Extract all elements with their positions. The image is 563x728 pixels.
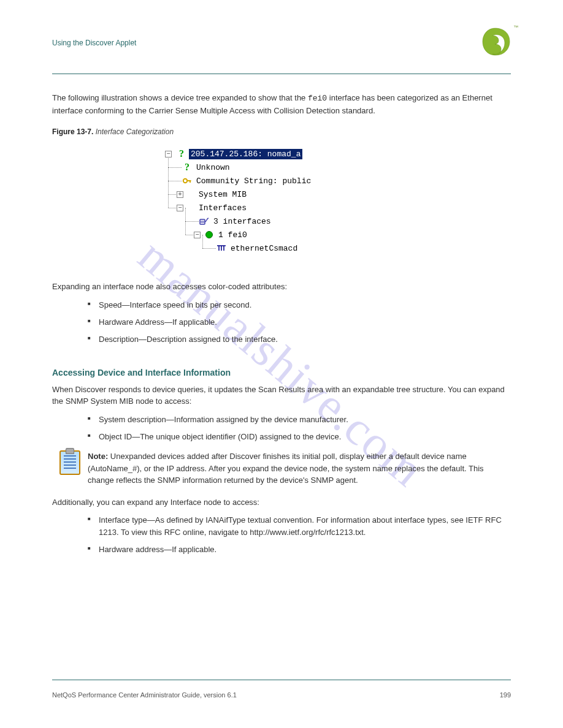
footer-right: 199 <box>500 691 511 699</box>
figure-caption: Figure 13-7. Interface Categorization <box>52 127 511 136</box>
tree-root-label[interactable]: 205.147.25.186: nomad_a <box>189 149 302 159</box>
key-icon <box>182 176 192 186</box>
bullet-list-1: Speed—Interface speed in bits per second… <box>88 299 511 346</box>
header-title: Using the Discover Applet <box>52 39 136 47</box>
interface-count-icon <box>199 216 209 226</box>
tree-label: ethernetCsmacd <box>229 243 299 254</box>
bullet-item: Hardware address—If applicable. <box>88 544 511 556</box>
expand-icon[interactable]: + <box>177 191 183 198</box>
tree-label: System MIB <box>197 189 248 200</box>
swirl-logo-icon <box>479 26 511 58</box>
tree-node-unknown[interactable]: ? Unknown <box>165 161 398 174</box>
tree-label: Interfaces <box>197 203 248 213</box>
clipboard-note-icon <box>59 450 80 475</box>
footer-left: NetQoS Performance Center Administrator … <box>52 691 237 699</box>
bullet-text: Hardware address—If applicable. <box>99 545 216 554</box>
tree-node-ifcount[interactable]: 3 interfaces <box>165 214 398 228</box>
svg-rect-2 <box>190 180 191 183</box>
bullet-item: Speed—Interface speed in bits per second… <box>88 299 511 311</box>
tree-node-ethernet[interactable]: ethernetCsmacd <box>165 241 398 255</box>
collapse-icon[interactable]: − <box>177 205 183 211</box>
question-icon: ? <box>182 162 192 172</box>
subheading: Accessing Device and Interface Informati… <box>52 368 511 377</box>
tree-node-systemmib[interactable]: + System MIB <box>165 188 398 201</box>
after-figure-text: Expanding an interface node also accesse… <box>52 282 287 291</box>
ethernet-icon <box>216 243 226 253</box>
tree-label: 3 interfaces <box>212 216 273 227</box>
bullet-text: Description—Description assigned to the … <box>99 335 278 344</box>
accessing-para: When Discover responds to device queries… <box>52 384 511 408</box>
header-rule <box>52 74 511 74</box>
accessing-text-2: Additionally, you can expand any Interfa… <box>52 498 259 507</box>
bullet-item: Description—Description assigned to the … <box>88 333 511 346</box>
intro-text-1: The following illustration shows a devic… <box>52 93 308 102</box>
bullet-text: System description—Information assigned … <box>99 415 348 424</box>
trademark-symbol: ™ <box>513 25 518 30</box>
tree-view: − ? 205.147.25.186: nomad_a ? Unknown Co… <box>165 147 398 264</box>
svg-point-0 <box>183 179 187 183</box>
bullet-item: Interface type—As defined by IANAifType … <box>88 514 511 539</box>
bullet-text: Speed—Interface speed in bits per second… <box>99 300 251 309</box>
note-block: Note: Unexpanded devices added after Dis… <box>59 450 511 487</box>
status-up-icon <box>205 231 213 238</box>
bullet-text: Hardware Address—If applicable. <box>99 317 217 327</box>
page: manualshive.com Using the Discover Apple… <box>0 0 563 728</box>
page-footer: NetQoS Performance Center Administrator … <box>52 691 511 699</box>
tree-label: 1 fei0 <box>216 230 249 240</box>
page-content: The following illustration shows a devic… <box>52 92 511 561</box>
tree-node-community[interactable]: Community String: public <box>165 174 398 188</box>
collapse-icon[interactable]: − <box>165 151 172 157</box>
tree-node-interfaces[interactable]: − Interfaces <box>165 201 398 214</box>
bullet-item: System description—Information assigned … <box>88 414 511 426</box>
note-label: Note: <box>88 452 108 461</box>
bullet-text: Object ID—The unique object identifier (… <box>99 432 341 441</box>
after-figure-para: Expanding an interface node also accesse… <box>52 281 511 293</box>
tree-label: Unknown <box>194 162 232 173</box>
intro-paragraph: The following illustration shows a devic… <box>52 92 511 116</box>
question-icon: ? <box>177 149 186 159</box>
tree-node-fei0[interactable]: − 1 fei0 <box>165 228 398 241</box>
note-body: Unexpanded devices added after Discover … <box>88 452 484 485</box>
bullet-list-2: System description—Information assigned … <box>88 414 511 443</box>
note-text-wrap: Note: Unexpanded devices added after Dis… <box>88 450 511 487</box>
figure-number: Figure 13-7. <box>52 127 93 136</box>
footer-rule <box>52 680 511 680</box>
accessing-text: When Discover responds to device queries… <box>52 385 505 406</box>
bullet-item: Object ID—The unique object identifier (… <box>88 431 511 443</box>
accessing-para-2: Additionally, you can expand any Interfa… <box>52 496 511 509</box>
page-header: Using the Discover Applet ™ <box>52 37 511 48</box>
bullet-list-3: Interface type—As defined by IANAifType … <box>88 514 511 556</box>
collapse-icon[interactable]: − <box>194 232 201 238</box>
tree-node-root[interactable]: − ? 205.147.25.186: nomad_a <box>165 147 398 161</box>
bullet-item: Hardware Address—If applicable. <box>88 316 511 328</box>
intro-code-1: fei0 <box>308 94 327 103</box>
tree-label: Community String: public <box>194 176 313 186</box>
bullet-text: Interface type—As defined by IANAifType … <box>99 515 502 537</box>
figure-title: Interface Categorization <box>96 127 174 136</box>
